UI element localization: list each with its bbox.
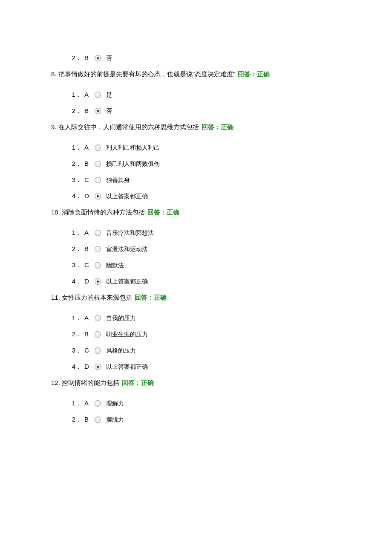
option-row: 4．D以上答案都正确 (70, 276, 341, 286)
option-index: 2． (70, 159, 82, 169)
option-row: 2．B职业生涯的压力 (70, 329, 341, 339)
option-label: 自我的压力 (106, 313, 136, 323)
question-text: 把事情做好的前提是先要有坏的心态，也就是说"态度决定难度" (58, 70, 236, 78)
option-letter: C (84, 175, 91, 185)
option-label: 独善其身 (106, 175, 130, 185)
question-text: 在人际交往中，人们通常使用的六种思维方式包括 (58, 123, 199, 130)
radio-icon[interactable] (95, 177, 101, 183)
option-letter: A (84, 142, 91, 153)
question-text: 控制情绪的能力包括 (62, 379, 119, 386)
radio-icon[interactable] (95, 315, 101, 321)
option-letter: C (84, 345, 91, 356)
option-label: 音乐疗法和冥想法 (106, 228, 154, 237)
question-number: 8. (51, 70, 58, 78)
option-label: 幽默法 (106, 260, 124, 270)
radio-icon[interactable] (95, 92, 101, 98)
radio-icon[interactable] (95, 145, 101, 151)
option-row: 1．A利人利己和损人利己 (70, 142, 341, 153)
option-letter: A (84, 398, 91, 408)
question-number: 11. (51, 294, 62, 301)
option-row: 2．B否 (70, 106, 341, 116)
option-row: 1．A是 (70, 90, 341, 100)
radio-icon[interactable] (95, 161, 101, 167)
option-row: 2．B否 (70, 53, 341, 63)
option-label: 风格的压力 (106, 346, 136, 355)
option-index: 4． (70, 276, 82, 286)
answer-status: 回答：正确 (238, 70, 270, 78)
option-index: 3． (70, 260, 82, 270)
option-index: 2． (70, 53, 82, 63)
answer-status: 回答：正确 (202, 123, 233, 130)
option-row: 1．A自我的压力 (70, 313, 341, 323)
options-block: 1．A音乐疗法和冥想法2．B宣泄法和运动法3．C幽默法4．D以上答案都正确 (51, 228, 341, 286)
option-label: 损己利人和两败俱伤 (106, 159, 160, 168)
option-row: 3．C独善其身 (70, 175, 341, 185)
question: 9. 在人际交往中，人们通常使用的六种思维方式包括回答：正确 (51, 122, 341, 132)
option-letter: A (84, 90, 91, 100)
radio-selected-icon[interactable] (95, 193, 101, 199)
option-index: 1． (70, 90, 82, 100)
option-index: 1． (70, 142, 82, 153)
option-letter: B (84, 53, 91, 63)
option-label: 宣泄法和运动法 (106, 244, 148, 254)
option-label: 摆脱力 (106, 415, 124, 424)
option-label: 理解力 (106, 399, 124, 408)
radio-icon[interactable] (95, 400, 101, 407)
option-index: 4． (70, 361, 82, 372)
option-letter: D (84, 276, 91, 286)
option-label: 否 (106, 53, 112, 63)
option-label: 以上答案都正确 (106, 277, 148, 286)
question: 12. 控制情绪的能力包括回答：正确 (51, 378, 341, 388)
option-label: 利人利己和损人利己 (106, 143, 160, 152)
option-index: 2． (70, 106, 82, 116)
option-letter: B (84, 159, 91, 169)
options-block: 1．A是2．B否 (51, 90, 341, 116)
question-number: 12. (51, 379, 62, 386)
option-row: 1．A音乐疗法和冥想法 (70, 228, 341, 238)
radio-selected-icon[interactable] (95, 108, 101, 114)
option-letter: B (84, 329, 91, 339)
question: 11. 女性压力的根本来源包括回答：正确 (51, 292, 341, 303)
option-row: 2．B摆脱力 (70, 414, 341, 425)
option-index: 3． (70, 345, 82, 356)
option-row: 1．A理解力 (70, 398, 341, 408)
option-row: 2．B损己利人和两败俱伤 (70, 159, 341, 169)
option-label: 否 (106, 106, 112, 116)
radio-icon[interactable] (95, 262, 101, 269)
option-index: 1． (70, 228, 82, 238)
option-index: 2． (70, 329, 82, 339)
option-letter: A (84, 313, 91, 323)
option-letter: B (84, 414, 91, 425)
options-block: 2．B否 (51, 53, 341, 63)
options-block: 1．A理解力2．B摆脱力 (51, 398, 341, 425)
radio-icon[interactable] (95, 347, 101, 354)
option-letter: B (84, 106, 91, 116)
option-letter: D (84, 191, 91, 201)
options-block: 1．A自我的压力2．B职业生涯的压力3．C风格的压力4．D以上答案都正确 (51, 313, 341, 372)
question-text: 女性压力的根本来源包括 (62, 294, 132, 301)
option-index: 2． (70, 244, 82, 254)
option-label: 以上答案都正确 (106, 362, 148, 371)
question-text: 消除负面情绪的六种方法包括 (62, 208, 145, 216)
option-label: 职业生涯的压力 (106, 330, 148, 339)
answer-status: 回答：正确 (122, 379, 154, 386)
radio-icon[interactable] (95, 331, 101, 338)
option-row: 4．D以上答案都正确 (70, 361, 341, 372)
question: 10. 消除负面情绪的六种方法包括回答：正确 (51, 207, 341, 217)
option-row: 3．C风格的压力 (70, 345, 341, 356)
radio-icon[interactable] (95, 230, 101, 236)
radio-icon[interactable] (95, 416, 101, 423)
option-index: 3． (70, 175, 82, 185)
question: 8. 把事情做好的前提是先要有坏的心态，也就是说"态度决定难度"回答：正确 (51, 69, 341, 79)
option-letter: D (84, 361, 91, 372)
question-number: 9. (51, 123, 58, 130)
radio-selected-icon[interactable] (95, 364, 101, 370)
radio-icon[interactable] (95, 246, 101, 252)
option-letter: A (84, 228, 91, 238)
radio-selected-icon[interactable] (95, 55, 101, 61)
option-row: 4．D以上答案都正确 (70, 191, 341, 201)
option-label: 是 (106, 90, 112, 99)
radio-selected-icon[interactable] (95, 278, 101, 285)
option-row: 2．B宣泄法和运动法 (70, 244, 341, 254)
options-block: 1．A利人利己和损人利己2．B损己利人和两败俱伤3．C独善其身4．D以上答案都正… (51, 142, 341, 201)
